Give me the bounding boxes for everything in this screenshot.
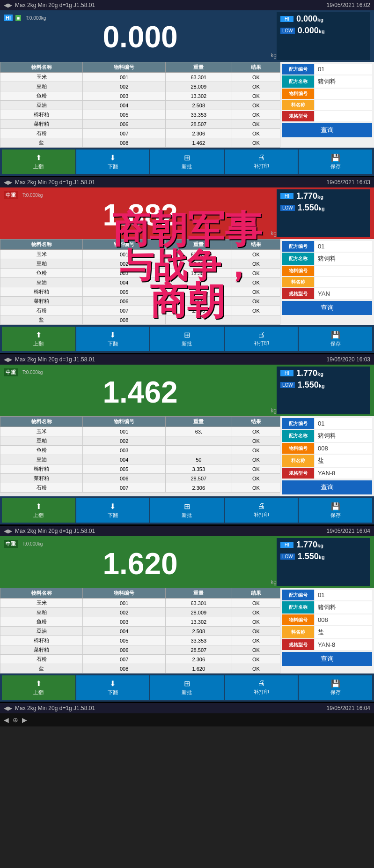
table-row: 菜籽粕00628.507OK [0, 645, 280, 655]
datetime-1: 19/05/2021 16:02 [327, 2, 370, 8]
hi-value-2: 1.770kg [296, 191, 323, 201]
btn-up-3[interactable]: ⬆ 上翻 [2, 498, 75, 523]
query-btn-4[interactable]: 查询 [282, 652, 372, 666]
formula-name-value-1: 猪饲料 [315, 75, 372, 88]
spec-label-1: 规格型号 [282, 111, 314, 121]
tare-2: T:0.000kg [21, 192, 44, 198]
btn-new-3[interactable]: ⊞ 新批 [150, 498, 224, 523]
formula-num-value-4: 01 [315, 590, 372, 600]
spec-text-5: Max 2kg Min 20g d=1g J1.58.01 [15, 705, 95, 711]
material-name-label-3: 料名称 [282, 455, 314, 467]
table-row: 豆油0042.OK [0, 278, 280, 287]
btn-down-1[interactable]: ⬇ 下翻 [76, 150, 150, 174]
formula-num-label-3: 配方编号 [282, 418, 314, 429]
status-left-4: ◀▶ Max 2kg Min 20g d=1g J1.58.01 [4, 528, 95, 534]
btn-down-3[interactable]: ⬇ 下翻 [76, 498, 150, 523]
btn-save-3[interactable]: 💾 保存 [299, 498, 372, 523]
weight-left-3: 中重 T:0.000kg 1.462 kg [4, 367, 277, 414]
btn-print-2[interactable]: 🖨 补打印 [225, 327, 298, 351]
btn-new-1[interactable]: ⊞ 新批 [150, 150, 224, 174]
material-name-value-4: 盐 [315, 626, 372, 638]
spec-label-4: 规格型号 [282, 639, 314, 650]
status-left-3: ◀▶ Max 2kg Min 20g d=1g J1.58.01 [4, 356, 95, 363]
big-weight-1: 0.000 [4, 22, 277, 52]
up-icon-1: ⬆ [36, 153, 42, 162]
table-row: 盐0081.620OK [0, 664, 280, 673]
btn-down-4[interactable]: ⬇ 下翻 [76, 675, 150, 700]
query-btn-2[interactable]: 查询 [282, 301, 372, 315]
weight-unit-3: kg [4, 407, 277, 414]
formula-num-value-3: 01 [315, 418, 372, 429]
table-row: 玉米00163.301OK [0, 73, 280, 82]
hi-label-4: 中重 [4, 540, 18, 548]
big-weight-3: 1.462 [4, 377, 277, 407]
table-row: 鱼粉003OK [0, 446, 280, 455]
info-formula-num-4: 配方编号 01 [282, 590, 372, 600]
btn-new-2[interactable]: ⊞ 新批 [150, 327, 224, 351]
nav-menu-icon[interactable]: ▶ [22, 716, 27, 724]
material-num-value-3: 008 [315, 443, 372, 454]
low-row-4: LOW 1.550kg [280, 552, 367, 561]
table-row: 菜籽粕00628.5OK [0, 297, 280, 306]
btn-save-2[interactable]: 💾 保存 [299, 327, 372, 351]
weight-unit-2: kg [4, 230, 277, 237]
table-row: 石粉0072.306OK [0, 483, 280, 493]
nav-home-icon[interactable]: ⊕ [13, 716, 18, 724]
col-header-result-2: 结果 [232, 239, 280, 250]
spec-label-3: 规格型号 [282, 468, 314, 479]
table-row: 鱼粉00313.302OK [0, 617, 280, 627]
hi-row-1: HI 0.000kg [280, 14, 367, 24]
table-section-3: 物料名称 物料编号 重量 结果 玉米00163.OK豆粕002OK鱼粉003OK… [0, 416, 374, 496]
info-material-num-1: 物料编号 [282, 89, 372, 99]
query-btn-3[interactable]: 查询 [282, 480, 372, 494]
hi-value-4: 1.770kg [296, 540, 323, 550]
query-btn-1[interactable]: 查询 [282, 123, 372, 137]
table-row: 玉米00163.301OK [0, 250, 280, 259]
hi-value-1: 0.000kg [296, 14, 323, 24]
low-tag-3: LOW [280, 382, 295, 388]
low-value-4: 1.550kg [298, 552, 325, 561]
btn-new-4[interactable]: ⊞ 新批 [150, 675, 224, 700]
col-header-weight-1: 重量 [165, 62, 232, 73]
hi-tag-1: HI [280, 16, 293, 22]
weight-left-4: 中重 T:0.000kg 1.620 kg [4, 538, 277, 586]
info-material-name-4: 料名称 盐 [282, 626, 372, 638]
btn-up-4[interactable]: ⬆ 上翻 [2, 675, 75, 700]
col-header-weight-2: 重量 [165, 239, 232, 250]
col-header-name-4: 物料名称 [0, 588, 83, 599]
table-section-4: 物料名称 物料编号 重量 结果 玉米00163.301OK豆粕00228.009… [0, 588, 374, 673]
btn-print-3[interactable]: 🖨 补打印 [225, 498, 298, 523]
weight-unit-1: kg [4, 52, 277, 59]
print-icon-1: 🖨 [257, 153, 265, 162]
btn-up-2[interactable]: ⬆ 上翻 [2, 327, 75, 351]
big-weight-2: 1.882 [4, 200, 277, 230]
col-header-name-3: 物料名称 [0, 417, 83, 427]
btn-save-4[interactable]: 💾 保存 [299, 675, 372, 700]
toolbar-1: ⬆ 上翻 ⬇ 下翻 ⊞ 新批 🖨 补打印 💾 保存 [0, 148, 374, 176]
formula-name-label-1: 配方名称 [282, 75, 314, 88]
col-header-num-1: 物料编号 [83, 62, 165, 73]
table-row: 棉籽粕00533.353OK [0, 110, 280, 120]
btn-up-1[interactable]: ⬆ 上翻 [2, 150, 75, 174]
save-icon-1: 💾 [331, 153, 340, 162]
btn-down-2[interactable]: ⬇ 下翻 [76, 327, 150, 351]
info-material-name-3: 料名称 盐 [282, 455, 372, 467]
btn-print-4[interactable]: 🖨 补打印 [225, 675, 298, 700]
material-num-label-3: 物料编号 [282, 443, 314, 454]
info-spec-1: 规格型号 [282, 111, 372, 121]
nav-back-icon[interactable]: ◀ [4, 716, 9, 724]
hi-tag-3: HI [280, 370, 293, 376]
table-row: 石粉0072.306OK [0, 129, 280, 138]
hi-label-2: 中重 [4, 191, 18, 199]
hi-row-2: HI 1.770kg [280, 191, 367, 201]
material-num-value-4: 008 [315, 614, 372, 625]
material-name-label-1: 料名称 [282, 100, 314, 110]
spec-label-2: 规格型号 [282, 288, 314, 299]
status-bar-3: ◀▶ Max 2kg Min 20g d=1g J1.58.01 19/05/2… [0, 354, 374, 365]
btn-print-1[interactable]: 🖨 补打印 [225, 150, 298, 174]
info-panel-3: 配方编号 01 配方名称 猪饲料 物料编号 008 料名称 盐 规格型号 YAN… [280, 416, 374, 496]
big-weight-4: 1.620 [4, 549, 277, 579]
table-row: 豆粕002OK [0, 436, 280, 446]
btn-save-1[interactable]: 💾 保存 [299, 150, 372, 174]
low-row-2: LOW 1.550kg [280, 203, 367, 213]
